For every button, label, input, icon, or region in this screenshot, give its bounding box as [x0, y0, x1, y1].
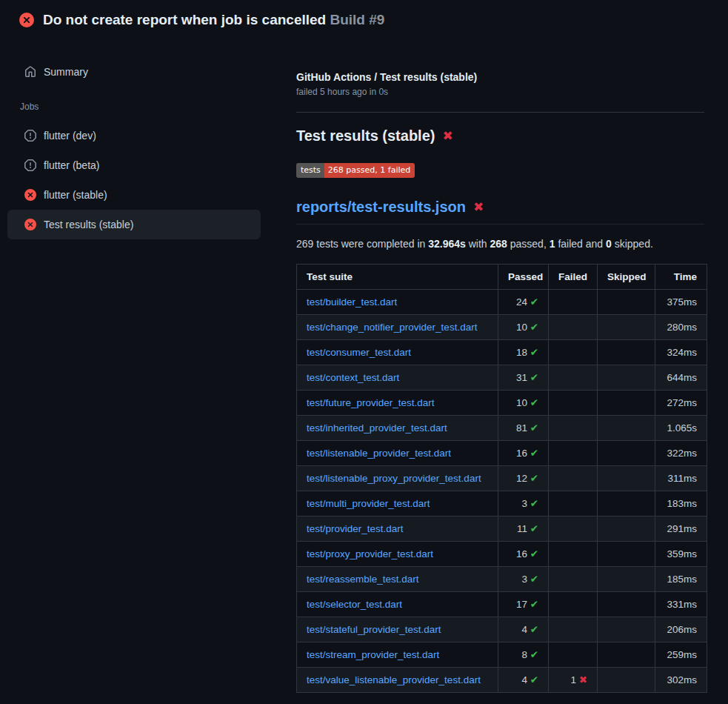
check-icon: ✔ — [530, 623, 538, 635]
skipped-cell — [598, 315, 655, 340]
main-content: GitHub Actions / Test results (stable) f… — [273, 40, 728, 693]
report-heading: reports/test-results.json ✖ — [296, 197, 704, 225]
passed-cell: 4 ✔ — [498, 668, 549, 693]
column-header-failed: Failed — [549, 265, 598, 290]
skipped-cell — [598, 340, 655, 365]
test-suite-link[interactable]: test/context_test.dart — [307, 372, 399, 383]
time-cell: 1.065s — [655, 416, 707, 441]
test-suite-link[interactable]: test/stateful_provider_test.dart — [307, 624, 441, 635]
test-suite-link[interactable]: test/proxy_provider_test.dart — [307, 548, 433, 559]
suite-cell: test/multi_provider_test.dart — [297, 491, 498, 517]
summary-duration: 32.964s — [428, 238, 466, 250]
passed-count: 81 — [516, 422, 527, 434]
passed-cell: 8 ✔ — [498, 642, 549, 668]
run-title: Do not create report when job is cancell… — [43, 11, 384, 29]
suite-cell: test/provider_test.dart — [297, 517, 498, 542]
test-suite-link[interactable]: test/listenable_proxy_provider_test.dart — [307, 473, 481, 484]
passed-cell: 18 ✔ — [498, 340, 549, 365]
skipped-cell — [598, 290, 655, 315]
suite-cell: test/consumer_test.dart — [297, 340, 498, 365]
suite-cell: test/listenable_proxy_provider_test.dart — [297, 466, 498, 491]
sidebar-item-flutter-beta[interactable]: flutter (beta) — [7, 150, 261, 180]
job-label: flutter (beta) — [44, 159, 99, 171]
skipped-cell — [598, 391, 655, 416]
time-cell: 644ms — [655, 365, 707, 391]
report-file-link[interactable]: reports/test-results.json — [296, 197, 466, 216]
passed-cell: 17 ✔ — [498, 592, 549, 617]
test-suite-link[interactable]: test/builder_test.dart — [307, 296, 397, 308]
table-row: test/stateful_provider_test.dart4 ✔206ms — [297, 617, 707, 642]
time-cell: 206ms — [655, 617, 707, 642]
sidebar-item-test-results-stable[interactable]: Test results (stable) — [7, 210, 261, 239]
passed-count: 10 — [516, 322, 527, 333]
section-title-text: Test results (stable) — [296, 126, 435, 145]
check-icon: ✔ — [530, 522, 538, 534]
failed-cell — [549, 441, 598, 466]
failed-cell — [549, 466, 598, 491]
table-row: test/consumer_test.dart18 ✔324ms — [297, 340, 707, 365]
test-suite-link[interactable]: test/selector_test.dart — [307, 599, 402, 610]
skipped-cell — [598, 567, 655, 592]
test-suite-link[interactable]: test/listenable_provider_test.dart — [307, 448, 451, 459]
failed-cell — [549, 592, 598, 617]
suite-cell: test/stream_provider_test.dart — [297, 642, 498, 668]
table-row: test/reassemble_test.dart3 ✔185ms — [297, 567, 707, 592]
test-suite-link[interactable]: test/reassemble_test.dart — [307, 574, 419, 585]
time-cell: 331ms — [655, 592, 707, 617]
passed-cell: 81 ✔ — [498, 416, 549, 441]
status-line: failed 5 hours ago in 0s — [296, 87, 704, 97]
passed-count: 3 — [521, 498, 527, 509]
skipped-cell — [598, 592, 655, 617]
x-circle-icon — [19, 13, 34, 27]
check-icon: ✔ — [530, 422, 538, 434]
skipped-cell — [598, 517, 655, 542]
test-suite-link[interactable]: test/stream_provider_test.dart — [307, 649, 439, 660]
tests-summary: 269 tests were completed in 32.964s with… — [296, 238, 704, 250]
passed-cell: 4 ✔ — [498, 617, 549, 642]
badge-label: tests — [296, 163, 324, 178]
passed-cell: 12 ✔ — [498, 466, 549, 491]
column-header-skipped: Skipped — [598, 265, 655, 290]
summary-label: Summary — [44, 66, 88, 78]
jobs-heading: Jobs — [20, 102, 261, 112]
check-icon: ✔ — [530, 321, 538, 333]
failed-cell — [549, 365, 598, 391]
skipped-cell — [598, 668, 655, 693]
check-icon: ✔ — [530, 648, 538, 660]
test-suite-link[interactable]: test/consumer_test.dart — [307, 347, 411, 358]
sidebar-item-flutter-dev[interactable]: flutter (dev) — [7, 121, 261, 150]
job-label: flutter (dev) — [44, 130, 96, 142]
table-header-row: Test suitePassedFailedSkippedTime — [297, 265, 707, 290]
table-row: test/provider_test.dart11 ✔291ms — [297, 517, 707, 542]
sidebar-item-flutter-stable[interactable]: flutter (stable) — [7, 180, 261, 210]
suite-cell: test/selector_test.dart — [297, 592, 498, 617]
suite-cell: test/reassemble_test.dart — [297, 567, 498, 592]
test-suite-link[interactable]: test/change_notifier_provider_test.dart — [307, 322, 477, 333]
test-suite-link[interactable]: test/inherited_provider_test.dart — [307, 422, 447, 434]
section-title: Test results (stable) ✖ — [296, 126, 704, 145]
test-suite-link[interactable]: test/value_listenable_provider_test.dart — [307, 674, 481, 685]
passed-cell: 16 ✔ — [498, 542, 549, 567]
summary-text: skipped. — [612, 238, 653, 250]
x-circle-icon — [24, 189, 36, 201]
passed-cell: 24 ✔ — [498, 290, 549, 315]
test-suite-link[interactable]: test/provider_test.dart — [307, 523, 404, 534]
page: { "colors": { "link": "#58a6ff", "danger… — [0, 0, 728, 704]
column-header-test-suite: Test suite — [297, 265, 498, 290]
passed-count: 16 — [516, 548, 527, 559]
summary-text: passed, — [507, 238, 550, 250]
failed-cell — [549, 416, 598, 441]
failed-count: 1 — [570, 674, 576, 685]
sidebar-item-summary[interactable]: Summary — [7, 57, 261, 87]
passed-cell: 31 ✔ — [498, 365, 549, 391]
divider — [296, 112, 704, 113]
time-cell: 324ms — [655, 340, 707, 365]
passed-count: 4 — [521, 624, 527, 635]
table-row: test/selector_test.dart17 ✔331ms — [297, 592, 707, 617]
badge-value: 268 passed, 1 failed — [324, 163, 415, 178]
test-suite-link[interactable]: test/multi_provider_test.dart — [307, 498, 430, 509]
test-suite-link[interactable]: test/future_provider_test.dart — [307, 397, 435, 408]
failed-cell — [549, 542, 598, 567]
passed-count: 31 — [516, 372, 527, 383]
table-row: test/value_listenable_provider_test.dart… — [297, 668, 707, 693]
